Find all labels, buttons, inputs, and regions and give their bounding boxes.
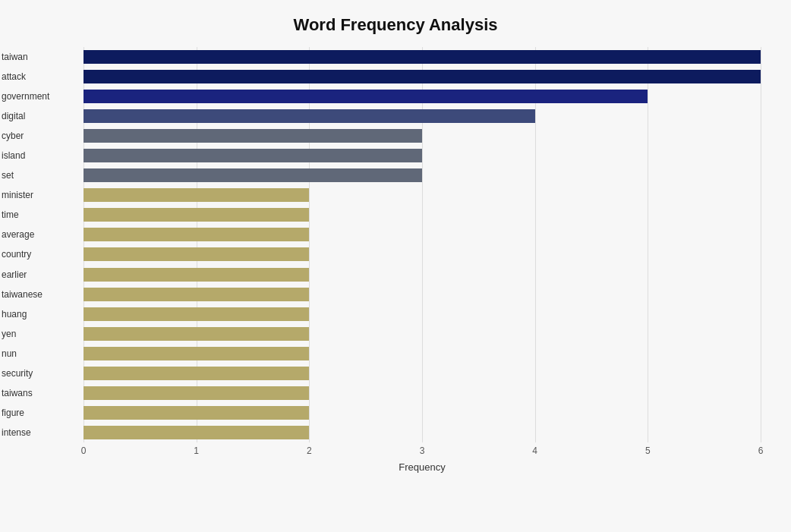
bar-fill <box>84 367 309 380</box>
bar-row: average <box>84 226 761 243</box>
bar-fill <box>84 70 761 83</box>
bar-track <box>84 268 761 282</box>
bars-wrapper: taiwanattackgovernmentdigitalcyberisland… <box>84 47 761 442</box>
bar-fill <box>84 386 309 400</box>
bar-row: cyber <box>84 127 761 144</box>
bar-track <box>84 288 761 301</box>
bar-track <box>84 70 761 83</box>
x-tick: 4 <box>532 445 537 456</box>
bar-row: government <box>84 88 761 105</box>
bar-track <box>84 247 761 261</box>
bar-row: island <box>84 147 761 164</box>
chart-title: Word Frequency Analysis <box>57 15 734 35</box>
bar-row: set <box>84 167 761 184</box>
bar-row: huang <box>84 306 761 323</box>
bar-track <box>84 228 761 241</box>
bar-track <box>84 307 761 321</box>
bar-track <box>84 406 761 420</box>
bar-row: country <box>84 246 761 263</box>
x-tick: 6 <box>758 445 764 456</box>
bar-track <box>84 90 761 103</box>
bar-fill <box>84 268 309 282</box>
x-axis: Frequency 0123456 <box>84 442 761 473</box>
bar-row: minister <box>84 187 761 203</box>
bar-track <box>84 327 761 341</box>
bar-fill <box>84 188 309 202</box>
bar-track <box>84 386 761 400</box>
bar-row: intense <box>84 424 761 441</box>
bar-row: earlier <box>84 266 761 283</box>
bar-fill <box>84 307 309 321</box>
chart-container: Word Frequency Analysis taiwanattackgove… <box>0 0 791 532</box>
bar-track <box>84 426 761 439</box>
bar-row: security <box>84 365 761 382</box>
bar-track <box>84 129 761 143</box>
bar-fill <box>84 426 309 439</box>
bar-track <box>84 50 761 64</box>
bar-fill <box>84 406 309 420</box>
bar-track <box>84 149 761 162</box>
x-tick: 3 <box>420 445 425 456</box>
bar-fill <box>84 228 309 241</box>
bar-row: digital <box>84 108 761 124</box>
bar-track <box>84 367 761 380</box>
bar-fill <box>84 208 309 222</box>
x-tick: 2 <box>307 445 312 456</box>
bar-track <box>84 109 761 123</box>
chart-area: taiwanattackgovernmentdigitalcyberisland… <box>84 47 761 473</box>
x-tick: 0 <box>81 445 87 456</box>
bar-row: taiwans <box>84 385 761 401</box>
bar-fill <box>84 347 309 360</box>
bar-row: time <box>84 206 761 223</box>
bar-fill <box>84 247 309 261</box>
bar-fill <box>84 327 309 341</box>
x-tick: 5 <box>645 445 651 456</box>
x-tick: 1 <box>194 445 199 456</box>
bar-row: taiwanese <box>84 286 761 303</box>
bar-row: attack <box>84 68 761 85</box>
bar-fill <box>84 288 309 301</box>
bar-fill <box>84 168 422 182</box>
bar-track <box>84 208 761 222</box>
bar-fill <box>84 129 422 143</box>
bar-track <box>84 188 761 202</box>
bar-row: figure <box>84 405 761 421</box>
bar-row: yen <box>84 326 761 342</box>
grid-line <box>761 47 761 442</box>
bar-row: taiwan <box>84 49 761 65</box>
bar-track <box>84 347 761 360</box>
bar-fill <box>84 90 648 103</box>
bar-row: nun <box>84 345 761 362</box>
bar-fill <box>84 109 535 123</box>
bar-fill <box>84 50 761 64</box>
x-axis-label: Frequency <box>399 461 445 473</box>
bar-fill <box>84 149 422 162</box>
bar-track <box>84 168 761 182</box>
